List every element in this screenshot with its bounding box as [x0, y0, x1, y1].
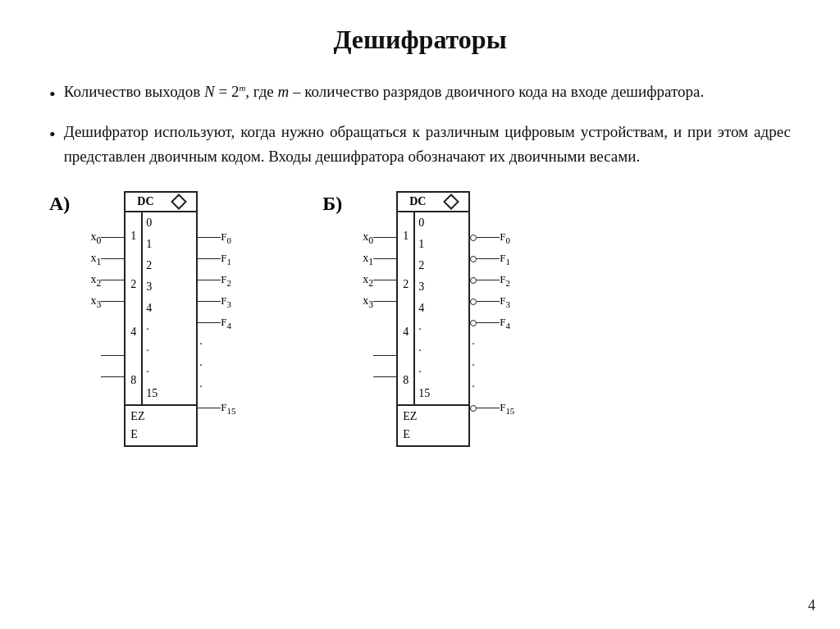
dc-B-out-2: 2 [418, 255, 430, 276]
output-label-B-F4: F4 [500, 316, 519, 330]
dc-e-B: E [403, 426, 410, 444]
input-line-B-ez [373, 355, 396, 356]
dc-B-weight-4: 4 [403, 321, 409, 343]
dc-right-col-B: 0 1 2 3 4 · · · 15 [415, 212, 433, 404]
output-circle-B-F2 [470, 277, 477, 284]
dc-B-out-dots: · [418, 319, 430, 340]
output-row-B-F0: F0 [470, 227, 519, 248]
dc-ez-B: EZ [403, 408, 417, 426]
bullet-dot-2: • [49, 121, 56, 148]
output-label-A-F4: F4 [221, 316, 240, 330]
dc-box-B: DC 1 2 4 8 0 1 2 [396, 191, 470, 447]
output-row-A-F4: F4 [198, 312, 240, 334]
input-label-x1: x1 [80, 252, 101, 267]
input-row-B-ez [352, 345, 396, 367]
input-row-x0: x0 [80, 227, 124, 248]
output-row-A-F15: F15 [198, 398, 240, 419]
output-label-A-F1: F1 [221, 252, 240, 267]
dc-B-weight-1: 1 [403, 226, 409, 247]
input-line-ez [101, 355, 124, 356]
dc-diamond-A [171, 194, 187, 210]
output-row-A-F1: F1 [198, 248, 240, 270]
output-line-B-F2 [477, 280, 500, 280]
dc-weight-2: 2 [130, 274, 136, 295]
input-label-x3: x3 [80, 294, 101, 310]
bullet-text-2: Дешифратор используют, когда нужно обращ… [64, 120, 791, 168]
input-line-B-x0 [373, 237, 396, 238]
diagram-A-outputs: F0 F1 F2 F3 [198, 191, 240, 419]
dc-weight-8: 8 [130, 370, 136, 391]
input-line-B-x1 [373, 258, 396, 259]
output-line-A-F1 [198, 258, 221, 259]
page: Дешифраторы • Количество выходов N = 2m,… [0, 0, 840, 629]
dc-label-A: DC [137, 195, 153, 208]
output-line-A-F3 [198, 301, 221, 302]
output-label-B-F0: F0 [500, 230, 519, 245]
diagram-B-outputs: F0 F1 F2 F3 [470, 191, 519, 419]
dc-left-col-B: 1 2 4 8 [398, 212, 415, 404]
output-row-A-F2: F2 [198, 270, 240, 291]
dc-right-col-A: 0 1 2 3 4 · · · 15 [143, 212, 161, 404]
input-line-B-x3 [373, 301, 396, 302]
dc-out-dots2: · [146, 340, 158, 362]
dc-B-out-1: 1 [418, 234, 430, 255]
input-row-e [80, 367, 124, 388]
output-circle-B-F3 [470, 299, 477, 305]
page-title: Дешифраторы [49, 25, 791, 55]
diagram-A: А) x0 x1 x2 [49, 191, 240, 447]
input-label-x2: x2 [80, 273, 101, 289]
dc-e-A: E [130, 426, 138, 444]
output-row-B-F2: F2 [470, 270, 519, 291]
output-label-A-F0: F0 [221, 230, 240, 245]
diagram-B-label: Б) [322, 193, 342, 215]
output-circle-B-F1 [470, 256, 477, 262]
output-label-A-F2: F2 [221, 273, 240, 288]
input-line-x0 [101, 237, 124, 238]
input-row-B-x1: x1 [352, 248, 396, 270]
page-number: 4 [808, 597, 815, 614]
output-circle-B-F15 [470, 405, 477, 412]
dc-B-out-dots3: · [418, 362, 430, 383]
dc-out-3: 3 [146, 276, 158, 298]
dc-label-B: DC [409, 195, 426, 208]
diagram-B: Б) x0 x1 x2 [322, 191, 519, 447]
diagram-A-inner: x0 x1 x2 x3 [80, 191, 240, 447]
output-line-B-F3 [477, 301, 500, 302]
output-row-B-F15: F15 [470, 398, 519, 419]
dc-B-out-dots2: · [418, 340, 430, 362]
diagrams-row: А) x0 x1 x2 [49, 191, 791, 447]
bullet-item-2: • Дешифратор используют, когда нужно обр… [49, 120, 791, 168]
output-line-A-F0 [198, 237, 221, 238]
diagram-A-label: А) [49, 193, 70, 215]
dc-out-0: 0 [146, 212, 158, 234]
diagram-B-inner: x0 x1 x2 x3 [352, 191, 519, 447]
output-dots-B: · [470, 334, 519, 355]
dc-out-15: 15 [146, 383, 158, 404]
bullets-section: • Количество выходов N = 2m, где m – кол… [49, 80, 791, 168]
dc-B-weight-8: 8 [403, 370, 409, 391]
dc-weight-1: 1 [130, 226, 136, 247]
output-row-A-F0: F0 [198, 227, 240, 248]
input-row-x3: x3 [80, 291, 124, 312]
input-line-x1 [101, 258, 124, 259]
dc-B-out-15: 15 [418, 383, 430, 404]
diagram-B-inputs: x0 x1 x2 x3 [352, 191, 396, 388]
input-row-B-x3: x3 [352, 291, 396, 312]
output-circle-B-F4 [470, 320, 477, 326]
input-label-x0: x0 [80, 230, 101, 246]
input-label-B-x0: x0 [352, 230, 373, 246]
input-label-B-x2: x2 [352, 273, 373, 289]
output-row-B-F3: F3 [470, 291, 519, 312]
dc-B-out-3: 3 [418, 276, 430, 298]
output-dots-A3: · [198, 376, 240, 398]
output-row-B-F4: F4 [470, 312, 519, 334]
output-line-B-F15 [477, 408, 500, 408]
output-label-B-F1: F1 [500, 252, 519, 267]
dc-out-dots3: · [146, 362, 158, 383]
dc-B-out-0: 0 [418, 212, 430, 234]
output-label-A-F3: F3 [221, 294, 240, 309]
input-label-B-x1: x1 [352, 252, 373, 267]
output-row-A-F3: F3 [198, 291, 240, 312]
output-line-A-F15 [198, 408, 221, 408]
input-row-B-x0: x0 [352, 227, 396, 248]
